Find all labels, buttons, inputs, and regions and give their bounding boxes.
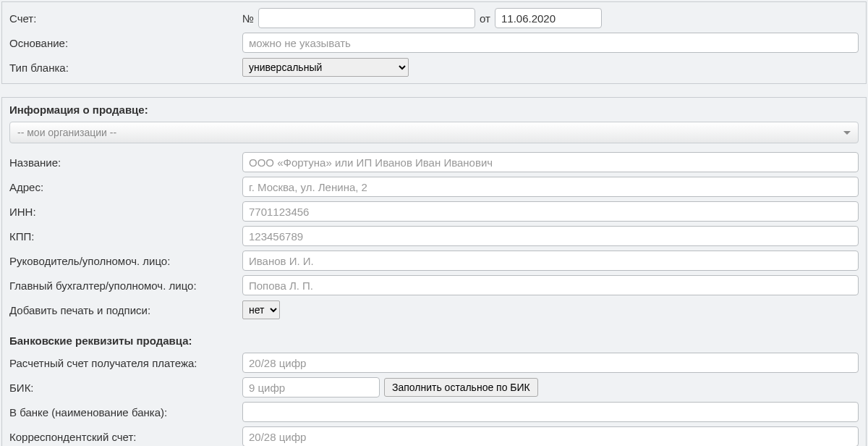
- seller-inn-label: ИНН:: [9, 206, 242, 218]
- invoice-row: Счет: № от: [9, 8, 859, 28]
- bank-account-input[interactable]: [242, 353, 859, 373]
- form-type-value-col: универсальный: [242, 58, 859, 77]
- number-prefix: №: [242, 12, 254, 25]
- bank-bik-row: БИК: Заполнить остальное по БИК: [9, 377, 859, 397]
- my-orgs-dropdown[interactable]: -- мои организации --: [9, 122, 859, 143]
- bank-bik-input[interactable]: [242, 377, 380, 397]
- seller-inn-row: ИНН:: [9, 201, 859, 222]
- seller-panel: Информация о продавце: -- мои организаци…: [1, 97, 867, 446]
- seller-director-input[interactable]: [242, 251, 859, 271]
- invoice-label: Счет:: [9, 12, 242, 25]
- form-type-row: Тип бланка: универсальный: [9, 57, 859, 77]
- seller-stamp-select[interactable]: нет: [242, 300, 280, 319]
- seller-kpp-input[interactable]: [242, 226, 859, 246]
- my-orgs-dropdown-label: -- мои организации --: [17, 127, 116, 138]
- bank-corr-input[interactable]: [242, 426, 859, 446]
- basis-label: Основание:: [9, 37, 242, 49]
- seller-name-label: Название:: [9, 156, 242, 169]
- invoice-header-panel: Счет: № от Основание: Тип бланка: универ…: [1, 1, 867, 84]
- seller-kpp-row: КПП:: [9, 226, 859, 246]
- bank-name-label: В банке (наименование банка):: [9, 406, 242, 418]
- bank-account-label: Расчетный счет получателя платежа:: [9, 357, 242, 369]
- bank-name-input[interactable]: [242, 402, 859, 422]
- chevron-down-icon: [843, 131, 851, 135]
- seller-accountant-input[interactable]: [242, 275, 859, 295]
- seller-section-title: Информация о продавце:: [9, 104, 859, 116]
- seller-accountant-row: Главный бухгалтер/уполномоч. лицо:: [9, 275, 859, 295]
- seller-director-label: Руководитель/уполномоч. лицо:: [9, 255, 242, 267]
- bank-name-row: В банке (наименование банка):: [9, 402, 859, 422]
- seller-address-input[interactable]: [242, 177, 859, 197]
- basis-input[interactable]: [242, 33, 859, 53]
- bank-corr-label: Корреспондентский счет:: [9, 431, 242, 443]
- bank-account-row: Расчетный счет получателя платежа:: [9, 353, 859, 373]
- seller-address-row: Адрес:: [9, 177, 859, 197]
- seller-accountant-label: Главный бухгалтер/уполномоч. лицо:: [9, 279, 242, 292]
- seller-name-input[interactable]: [242, 152, 859, 172]
- seller-name-row: Название:: [9, 152, 859, 172]
- basis-row: Основание:: [9, 33, 859, 53]
- invoice-value-col: № от: [242, 8, 859, 28]
- fill-by-bik-button[interactable]: Заполнить остальное по БИК: [384, 378, 538, 397]
- date-prefix: от: [480, 12, 490, 25]
- form-type-label: Тип бланка:: [9, 62, 242, 74]
- seller-director-row: Руководитель/уполномоч. лицо:: [9, 251, 859, 271]
- bank-section-title: Банковские реквизиты продавца:: [9, 334, 859, 347]
- bank-bik-label: БИК:: [9, 382, 242, 394]
- bank-corr-row: Корреспондентский счет:: [9, 426, 859, 446]
- invoice-number-input[interactable]: [258, 8, 475, 28]
- basis-value-col: [242, 33, 859, 53]
- form-type-select[interactable]: универсальный: [242, 58, 409, 77]
- invoice-date-input[interactable]: [495, 8, 602, 28]
- seller-inn-input[interactable]: [242, 201, 859, 222]
- seller-address-label: Адрес:: [9, 181, 242, 193]
- seller-kpp-label: КПП:: [9, 230, 242, 243]
- seller-stamp-label: Добавить печать и подписи:: [9, 304, 242, 316]
- seller-stamp-row: Добавить печать и подписи: нет: [9, 300, 859, 320]
